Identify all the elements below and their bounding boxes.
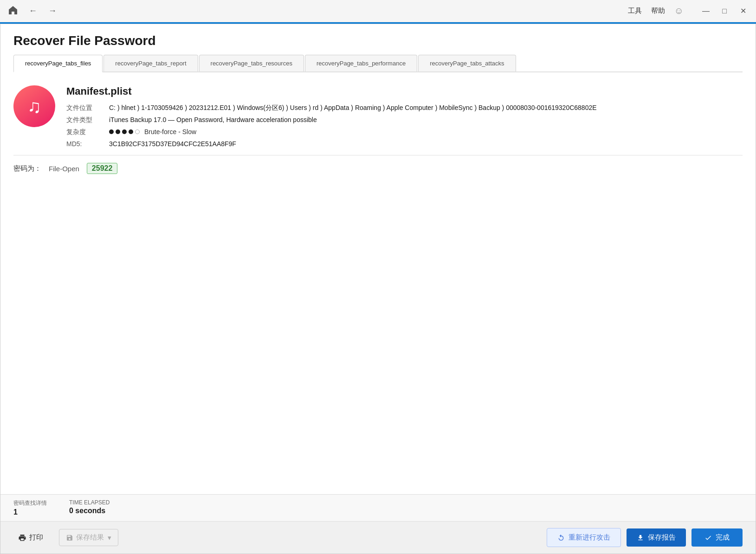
status-bar: 密码查找详情 1 TIME ELAPSED 0 seconds [0,494,756,521]
home-button[interactable] [6,3,20,19]
found-label: 密码查找详情 [13,499,47,507]
type-label: 文件类型 [66,116,103,124]
dot-5-empty [135,129,140,134]
reattack-button[interactable]: 重新进行攻击 [547,528,621,547]
section-divider [13,155,743,155]
save-result-dropdown-icon: ▾ [108,534,111,542]
dot-3 [122,129,127,134]
music-note-icon: ♫ [27,96,41,117]
status-time: TIME ELAPSED 0 seconds [69,499,110,515]
tab-performance[interactable]: recoveryPage_tabs_performance [305,55,417,71]
tab-attacks[interactable]: recoveryPage_tabs_attacks [418,55,516,71]
complexity-dots: Brute-force - Slow [109,128,743,135]
feedback-icon[interactable]: ☺ [674,6,684,16]
content-area: ♫ Manifest.plist 文件位置 C: ) hlnet ) 1-170… [0,72,756,494]
password-type: File-Open [49,165,79,173]
dot-4 [129,129,133,134]
file-icon: ♫ [13,85,55,127]
password-section: 密码为： File-Open 25922 [13,163,743,174]
type-value: iTunes Backup 17.0 — Open Password, Hard… [109,116,743,124]
tabs-bar: recoveryPage_tabs_files recoveryPage_tab… [13,55,743,72]
dot-1 [109,129,114,134]
complexity-value: Brute-force - Slow [109,128,743,136]
title-bar-left: ← → [6,3,59,19]
found-value: 1 [13,508,47,516]
forward-button[interactable]: → [45,4,59,18]
minimize-button[interactable]: — [698,4,713,19]
password-label: 密码为： [13,164,41,173]
tab-resources[interactable]: recoveryPage_tabs_resources [199,55,304,71]
location-label: 文件位置 [66,104,103,112]
save-report-button[interactable]: 保存报告 [627,528,686,547]
action-bar: 打印 保存结果 ▾ 重新进行攻击 保存报告 [0,521,756,554]
tab-report[interactable]: recoveryPage_tabs_report [103,55,198,71]
back-button[interactable]: ← [26,4,40,18]
maximize-button[interactable]: □ [717,4,732,19]
time-label: TIME ELAPSED [69,499,110,506]
time-value: 0 seconds [69,507,110,515]
page-header: Recover File Password recoveryPage_tabs_… [0,24,756,72]
status-found: 密码查找详情 1 [13,499,47,516]
save-report-icon [637,534,644,541]
page-title: Recover File Password [13,33,743,48]
print-button[interactable]: 打印 [13,529,48,546]
tab-files[interactable]: recoveryPage_tabs_files [13,55,103,72]
menu-help[interactable]: 帮助 [651,6,665,15]
file-name: Manifest.plist [66,85,743,97]
title-bar: ← → 工具 帮助 ☺ — □ ✕ [0,0,756,22]
print-icon [18,534,26,542]
md5-label: MD5: [66,140,103,148]
save-result-button: 保存结果 ▾ [59,529,118,546]
complexity-label: 复杂度 [66,128,103,136]
save-result-icon [66,534,73,541]
close-button[interactable]: ✕ [736,4,750,19]
file-details: Manifest.plist 文件位置 C: ) hlnet ) 1-17030… [66,85,743,148]
menu-tools[interactable]: 工具 [628,6,642,15]
dot-2 [116,129,120,134]
file-info-section: ♫ Manifest.plist 文件位置 C: ) hlnet ) 1-170… [13,85,743,148]
md5-value: 3C1B92CF3175D37ED94CFC2E51AA8F9F [109,140,743,148]
done-button[interactable]: 完成 [691,528,743,547]
done-icon [704,534,712,541]
complexity-text: Brute-force - Slow [144,128,196,135]
window-controls: — □ ✕ [698,4,750,19]
main-window: Recover File Password recoveryPage_tabs_… [0,24,756,554]
detail-table: 文件位置 C: ) hlnet ) 1-1703059426 ) 2023121… [66,104,743,148]
reattack-icon [557,534,565,541]
location-value: C: ) hlnet ) 1-1703059426 ) 20231212.E01… [109,104,743,112]
password-value: 25922 [87,163,118,174]
action-bar-left: 打印 保存结果 ▾ [13,529,118,546]
action-bar-right: 重新进行攻击 保存报告 完成 [547,528,743,547]
title-bar-right: 工具 帮助 ☺ — □ ✕ [628,4,750,19]
